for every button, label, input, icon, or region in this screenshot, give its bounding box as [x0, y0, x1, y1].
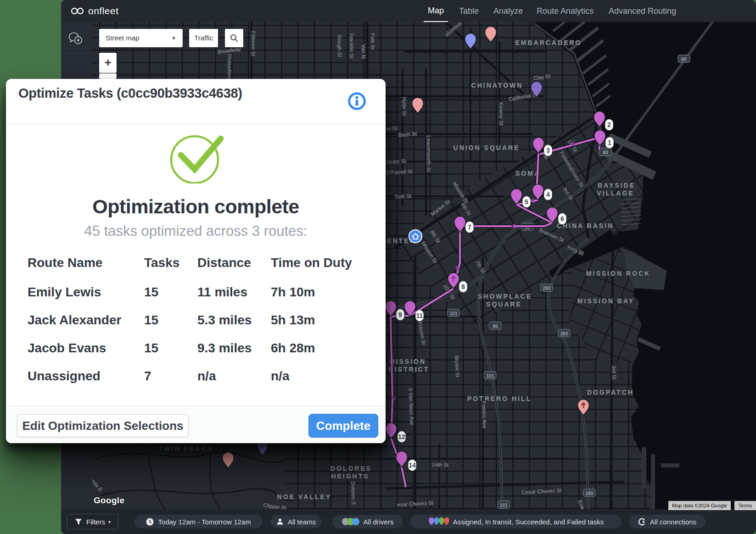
svg-text:ne St: ne St — [385, 125, 398, 132]
svg-text:11: 11 — [416, 312, 423, 319]
svg-text:5: 5 — [525, 198, 528, 206]
svg-text:TWIN PEAKS: TWIN PEAKS — [159, 445, 213, 452]
svg-text:3: 3 — [546, 147, 550, 154]
svg-text:SHOWPLACE: SHOWPLACE — [478, 293, 532, 300]
svg-text:3rd St: 3rd St — [611, 365, 617, 380]
svg-text:CHINATOWN: CHINATOWN — [471, 82, 523, 89]
svg-text:101: 101 — [499, 502, 508, 508]
svg-text:MISSION BAY: MISSION BAY — [577, 297, 634, 305]
svg-text:8: 8 — [461, 283, 465, 290]
svg-text:SQUARE: SQUARE — [486, 300, 522, 308]
svg-text:Dolores S: Dolores S — [350, 481, 357, 505]
svg-text:DISTRICT: DISTRICT — [389, 366, 430, 373]
svg-text:VILLAGE: VILLAGE — [597, 189, 634, 197]
svg-text:24th St: 24th St — [432, 462, 449, 467]
svg-text:280: 280 — [543, 285, 551, 291]
svg-text:Geary St: Geary St — [385, 158, 407, 165]
svg-text:80: 80 — [603, 150, 608, 155]
svg-text:280: 280 — [585, 490, 594, 496]
svg-text:HEIGHTS: HEIGHTS — [331, 473, 369, 480]
svg-text:7: 7 — [468, 223, 471, 231]
svg-text:Divisadero: Divisadero — [227, 54, 232, 79]
svg-text:Leavenworth St: Leavenworth St — [426, 135, 431, 172]
svg-text:Van N: Van N — [361, 44, 366, 58]
svg-text:Gough St: Gough St — [337, 35, 342, 57]
svg-text:101: 101 — [449, 311, 458, 316]
svg-text:Turk St: Turk St — [394, 193, 412, 200]
svg-text:Polk St: Polk St — [370, 33, 375, 50]
svg-text:Kearny St: Kearny St — [498, 102, 504, 126]
svg-text:80: 80 — [681, 56, 687, 62]
svg-text:2: 2 — [607, 121, 611, 128]
svg-text:EMBARCADERO: EMBARCADERO — [515, 39, 582, 46]
svg-text:1: 1 — [608, 139, 611, 146]
svg-text:280: 280 — [560, 331, 568, 336]
svg-text:9: 9 — [398, 311, 402, 318]
svg-text:Hyde St: Hyde St — [402, 97, 407, 117]
svg-text:4: 4 — [546, 191, 550, 198]
svg-text:BAYSIDE: BAYSIDE — [598, 182, 635, 189]
svg-text:MISSION: MISSION — [389, 358, 426, 365]
svg-text:Franklin St: Franklin St — [349, 33, 354, 59]
svg-text:Fillmore St: Fillmore St — [251, 31, 256, 57]
svg-text:12: 12 — [398, 433, 405, 440]
svg-text:UNION SQUARE: UNION SQUARE — [454, 144, 520, 151]
svg-text:Potrero Ave: Potrero Ave — [481, 401, 487, 428]
svg-text:DOLORES: DOLORES — [330, 465, 372, 472]
svg-text:POTRERO HILL: POTRERO HILL — [467, 395, 532, 402]
svg-text:DOGPATCH: DOGPATCH — [587, 389, 634, 396]
svg-text:80: 80 — [493, 323, 498, 329]
svg-text:14: 14 — [409, 462, 416, 469]
svg-text:NOE VALLEY: NOE VALLEY — [277, 493, 331, 501]
svg-text:MISSION ROCK: MISSION ROCK — [586, 270, 650, 277]
svg-text:6: 6 — [560, 215, 564, 222]
svg-text:101: 101 — [486, 373, 494, 378]
svg-text:Bryant St: Bryant St — [454, 356, 461, 378]
